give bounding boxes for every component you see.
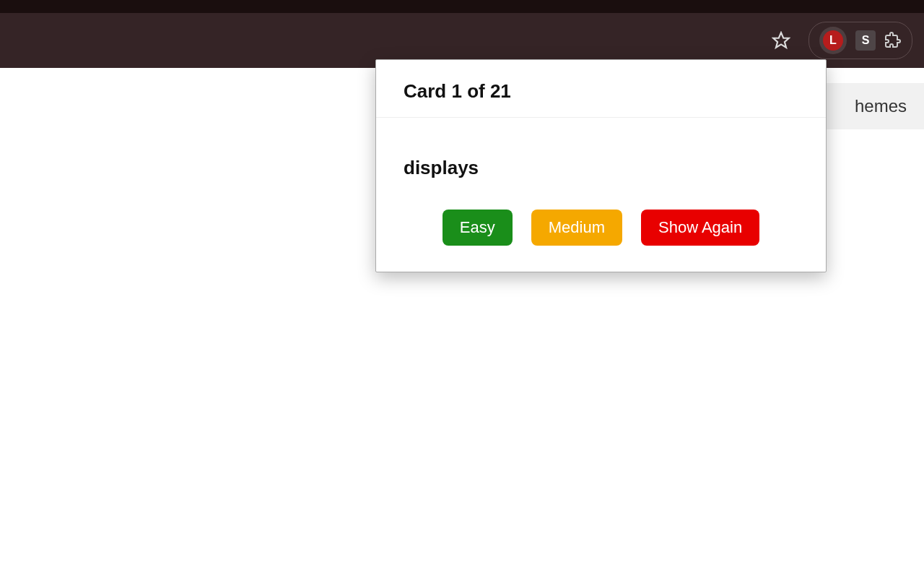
extensions-group: L S (808, 22, 912, 59)
easy-button[interactable]: Easy (443, 210, 513, 246)
themes-tab-label: hemes (855, 96, 907, 116)
svg-marker-0 (773, 33, 789, 48)
toolbar-right-group: L S (771, 22, 912, 59)
medium-button[interactable]: Medium (531, 210, 622, 246)
card-term: displays (404, 157, 798, 179)
extension-l-active[interactable]: L (819, 27, 847, 54)
popup-header: Card 1 of 21 (376, 60, 826, 118)
difficulty-button-row: Easy Medium Show Again (404, 210, 798, 246)
extensions-menu-icon[interactable] (884, 32, 902, 49)
bookmark-star-icon[interactable] (771, 30, 791, 51)
flashcard-popup: Card 1 of 21 displays Easy Medium Show A… (375, 59, 827, 272)
extension-l-label: L (829, 34, 837, 47)
popup-body: displays Easy Medium Show Again (376, 118, 826, 272)
themes-tab-partial[interactable]: hemes (826, 83, 924, 129)
show-again-button[interactable]: Show Again (641, 210, 759, 246)
extension-s-label: S (862, 34, 870, 47)
browser-tabstrip (0, 0, 924, 13)
card-counter: Card 1 of 21 (404, 80, 798, 103)
extension-l-icon: L (823, 30, 843, 51)
extension-s-icon[interactable]: S (855, 30, 876, 51)
